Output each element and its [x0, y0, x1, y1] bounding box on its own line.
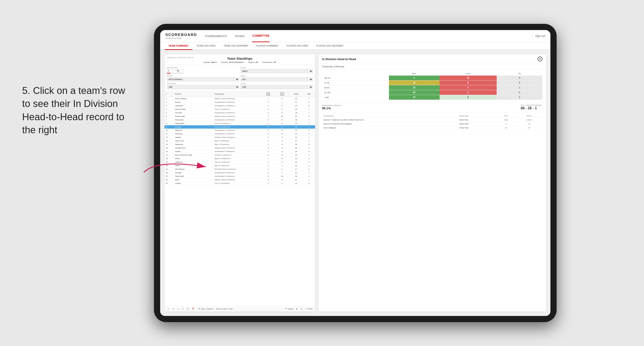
table-row[interactable]: 7 Tennessee Southeastern Conference 4 6 …: [164, 118, 315, 122]
table-row[interactable]: 14 Oklahoma Big 12 Conference 3 9 26 2: [164, 143, 315, 146]
tablet-screen: SCOREBOARD Powered by clippd TOURNAMENTS…: [160, 30, 550, 316]
sign-out-divider: [532, 34, 532, 38]
table-row[interactable]: 8 Washington Pac-12 Conference 2 8 23 1: [164, 122, 315, 125]
sub-nav-team-summary[interactable]: TEAM SUMMARY: [164, 42, 193, 50]
main-nav: TOURNAMENTS TEAMS COMMITTEE: [205, 30, 532, 42]
save-custom-btn[interactable]: Save Custom View: [216, 308, 233, 310]
gender-value: Men's: [211, 61, 217, 63]
bottom-toolbar: ↩ ↪ ⇥ ⎘ 📋 ⏰ 👁 View: Original Save Custom…: [164, 306, 315, 312]
table-row[interactable]: 9 Arizona Pac-12 Conference 5 8 30 3: [164, 125, 315, 129]
sub-nav-player-h2h-heatmap[interactable]: PLAYER H2H HEATMAP: [312, 42, 347, 49]
table-row[interactable]: 15 Georgia Tech Atlantic Coast Conferenc…: [164, 146, 315, 150]
opponents-stat: Opponents in division: 99.1%: [322, 104, 342, 110]
watch-icon: 👁: [285, 308, 287, 310]
copy-icon[interactable]: ⎘: [182, 307, 184, 311]
record-value: 86 - 26 - 1: [521, 106, 542, 110]
min-rounds-max-input[interactable]: [176, 69, 184, 72]
sub-nav-player-summary[interactable]: PLAYER SUMMARY: [252, 42, 282, 49]
conference-filter: Conference (All): [167, 83, 239, 89]
view-original-btn[interactable]: 👁 View: Original: [198, 308, 213, 310]
arrow-indicator: [139, 157, 217, 178]
table-row[interactable]: 5 Ole Miss Southeastern Conference 3 6 1…: [164, 111, 315, 115]
table-row[interactable]: 13 Texas Tech Big 12 Conference 1 9 27 2: [164, 139, 315, 143]
share-btn[interactable]: ↗ Share: [305, 308, 312, 310]
forward-icon[interactable]: ⇥: [176, 307, 180, 311]
h2h-title: In Division Head-to-Head: [322, 57, 356, 61]
top-nav: SCOREBOARD Powered by clippd TOURNAMENTS…: [160, 30, 550, 42]
sub-nav-team-h2h-grid[interactable]: TEAM H2H GRID: [192, 42, 220, 49]
tournament-section: Tournament Event Type Pos Score Jackson …: [318, 112, 546, 312]
table-row[interactable]: 10 Alabama Southeastern Conference 5 8 2…: [164, 129, 315, 132]
table-row[interactable]: 1 North Carolina Atlantic Coast Conferen…: [164, 97, 315, 101]
nav-committee[interactable]: COMMITTEE: [252, 30, 270, 42]
gender-label: Gender:: [204, 61, 211, 63]
division-filter: Division NCAA Division I: [167, 75, 239, 81]
conference-select[interactable]: (All): [167, 85, 239, 89]
h2h-stats-row: Opponents in division: 99.1% W-L-T recor…: [318, 102, 546, 112]
table-row[interactable]: 24 Duke Atlantic Coast Conference 5 9 27…: [164, 178, 315, 182]
table-row[interactable]: 2 Auburn Southeastern Conference 2 1 27 …: [164, 101, 315, 104]
filters-area: Minimum Rou... Gender: [164, 65, 315, 91]
opponents-label: Opponents in division:: [322, 104, 342, 107]
logo-sub: Powered by clippd: [166, 37, 197, 39]
grid-icon[interactable]: ⊞: [296, 308, 298, 310]
conference-value: All: [274, 61, 276, 63]
school-filter: School (All): [240, 83, 313, 89]
standings-panel: Update time: 27/03/2024 16:56:26 Team St…: [164, 54, 315, 312]
close-button[interactable]: ✕: [538, 57, 542, 61]
panel-meta: Gender: Men's Division: NCAA Division I …: [204, 61, 276, 63]
tournament-row: Arizona Thunderbirds Intercollegiate Str…: [322, 122, 542, 126]
sub-nav-team-h2h-heatmap[interactable]: TEAM H2H HEATMAP: [220, 42, 252, 49]
gender-select[interactable]: Men's: [240, 69, 313, 73]
table-row[interactable]: 11 Arkansas Southeastern Conference 6 8 …: [164, 132, 315, 136]
sub-nav-player-h2h-grid[interactable]: PLAYER H2H GRID: [282, 42, 312, 49]
tournament-row: Jackson T. Stephens Cup Men's Match-Play…: [322, 118, 542, 122]
logo-text: SCOREBOARD: [166, 33, 197, 37]
watch-btn[interactable]: 👁 Watch: [285, 308, 293, 310]
logo-area: SCOREBOARD Powered by clippd: [166, 33, 197, 39]
min-rounds-input[interactable]: [167, 69, 174, 72]
h2h-row: 26-50 25 2 1: [322, 85, 542, 90]
division-select[interactable]: NCAA Division I: [167, 77, 239, 81]
region-filter: Region N/A: [240, 75, 313, 81]
tournament-row: Cabo Collegiate Stroke Play 11 17: [322, 126, 542, 130]
table-row[interactable]: 17 East Tennessee State Southern Confere…: [164, 153, 315, 157]
h2h-row: Top 10 3 13 0: [322, 76, 542, 80]
h2h-grid: Win Loss Tie Top 10 3 13 0 11-25 11 8 0 …: [318, 69, 546, 102]
sign-out-btn[interactable]: Sign out: [535, 34, 545, 37]
min-rounds-label: Minimum Rou...: [167, 67, 239, 69]
table-row[interactable]: 16 Florida Southeastern Conference 7 9 2…: [164, 150, 315, 153]
region-label: Region:: [248, 61, 255, 63]
table-row[interactable]: 3 Vanderbilt Southeastern Conference 2 8…: [164, 104, 315, 108]
paste-icon[interactable]: 📋: [186, 307, 190, 311]
annotation-text: 5. Click on a team's row to see their In…: [22, 84, 133, 137]
school-select[interactable]: (All): [240, 85, 313, 89]
clock-icon[interactable]: ⏰: [191, 307, 195, 311]
table-row[interactable]: 12 Virginia Atlantic Coast Conference 3 …: [164, 136, 315, 139]
region-select[interactable]: N/A: [240, 77, 313, 81]
redo-icon[interactable]: ↪: [172, 307, 175, 311]
nav-tournaments[interactable]: TOURNAMENTS: [205, 30, 227, 42]
gender-filter: Gender Men's: [240, 67, 313, 74]
h2h-row: 51-100 20 3 0: [322, 90, 542, 95]
panel-title: Team Standings: [227, 57, 252, 60]
update-time: Update time: 27/03/2024 16:56:26: [167, 57, 194, 59]
h2h-team-name: University of Arizona: [318, 64, 546, 69]
undo-icon[interactable]: ↩: [167, 307, 170, 311]
record-label: W-L-T record in-division:: [521, 104, 542, 106]
standings-header: Update time: 27/03/2024 16:56:26 Team St…: [164, 54, 315, 65]
table-row[interactable]: 4 Arizona State Pac-12 Conference 4 9 26…: [164, 108, 315, 111]
h2h-panel: In Division Head-to-Head ✕ University of…: [318, 54, 546, 312]
main-content: Update time: 27/03/2024 16:56:26 Team St…: [160, 50, 550, 316]
table-row[interactable]: 25 Oregon Pac-12 Conference 5 7 21 0: [164, 182, 315, 185]
h2h-header: In Division Head-to-Head ✕: [318, 54, 546, 64]
opponents-value: 99.1%: [322, 107, 342, 110]
division-label: Division:: [221, 61, 228, 63]
division-value: NCAA Division I: [229, 61, 244, 63]
table-row[interactable]: 6 Florida State Atlantic Coast Conferenc…: [164, 115, 315, 118]
min-rounds-filter: Minimum Rou...: [167, 67, 239, 74]
h2h-row: >100 27 0 0: [322, 95, 542, 100]
nav-teams[interactable]: TEAMS: [234, 30, 244, 42]
record-stat: W-L-T record in-division: 86 - 26 - 1: [521, 104, 542, 110]
download-icon[interactable]: ⬇: [300, 308, 302, 310]
